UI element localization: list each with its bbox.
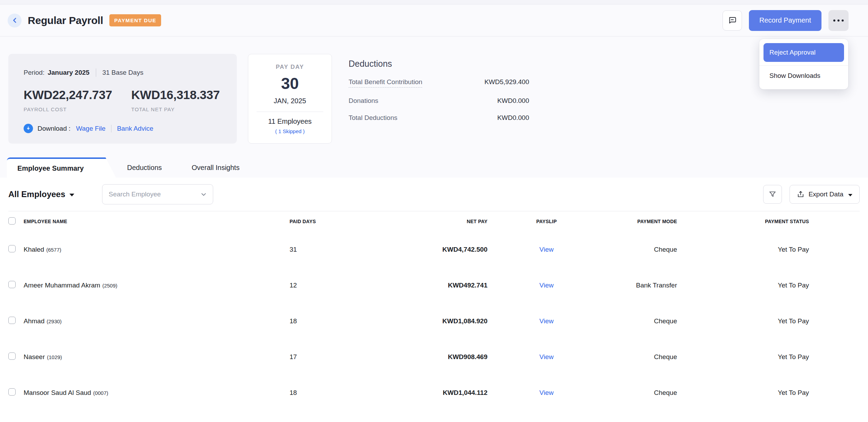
page-title: Regular Payroll [28,15,103,26]
select-all-checkbox[interactable] [8,217,16,225]
payday-month-year: JAN, 2025 [254,97,325,105]
tab-content: All Employees Export Data [0,178,868,421]
payment-status-cell: Yet To Pay [677,317,809,325]
table-row: Naseer(1029) 17 KWD908.469 View Cheque Y… [8,339,860,375]
deduction-value: KWD0.000 [497,97,529,105]
download-icon [24,124,33,133]
comment-bubble-icon [728,16,737,25]
summary-cards-row: Period: January 2025 31 Base Days KWD22,… [0,54,868,144]
net-pay-cell: KWD908.469 [366,353,487,361]
divider [96,68,96,77]
deduction-value: KWD5,929.400 [484,78,529,86]
header-actions: Record Payment [723,10,849,31]
column-header-net-pay: NET PAY [366,219,487,224]
employee-id: (6577) [46,247,61,253]
employee-name: Khaled [24,246,44,253]
row-checkbox[interactable] [8,281,16,288]
tab-employee-summary[interactable]: Employee Summary [7,157,116,178]
bank-advice-link[interactable]: Bank Advice [117,125,153,132]
payroll-cost-block: KWD22,247.737 PAYROLL COST [24,88,131,112]
row-checkbox[interactable] [8,388,16,396]
tabs: Employee Summary Deductions Overall Insi… [0,157,868,178]
chevron-left-icon [12,17,18,23]
payslip-view-link[interactable]: View [487,246,606,253]
back-button[interactable] [8,14,22,27]
status-badge: PAYMENT DUE [109,14,161,26]
payment-mode-cell: Bank Transfer [606,282,677,289]
column-header-payment-mode: PAYMENT MODE [606,219,677,224]
more-options-button[interactable] [828,10,849,31]
payment-mode-cell: Cheque [606,353,677,361]
paid-days-cell: 31 [290,246,366,253]
payment-mode-cell: Cheque [606,389,677,397]
download-row: Download : Wage File Bank Advice [24,124,222,133]
divider [111,125,111,132]
paid-days-cell: 18 [290,389,366,397]
payment-status-cell: Yet To Pay [677,353,809,361]
tab-deductions[interactable]: Deductions [119,157,169,178]
net-pay-cell: KWD4,742.500 [366,246,487,253]
payslip-view-link[interactable]: View [487,353,606,361]
payday-day: 30 [254,74,325,93]
payday-skipped-link[interactable]: ( 1 Skipped ) [254,128,325,134]
row-checkbox[interactable] [8,352,16,360]
row-checkbox[interactable] [8,245,16,252]
export-data-button[interactable]: Export Data [790,185,860,204]
more-options-menu: Reject Approval Show Downloads [759,39,848,89]
payment-mode-cell: Cheque [606,246,677,253]
filter-button[interactable] [763,185,782,204]
payment-status-cell: Yet To Pay [677,246,809,253]
summary-band: Period: January 2025 31 Base Days KWD22,… [0,36,868,178]
paid-days-cell: 12 [290,282,366,289]
employee-name: Naseer [24,353,45,360]
tab-overall-insights[interactable]: Overall Insights [184,157,247,178]
payroll-cost-label: PAYROLL COST [24,106,131,112]
payment-status-cell: Yet To Pay [677,389,809,397]
menu-item-reject-approval[interactable]: Reject Approval [763,43,844,62]
payslip-view-link[interactable]: View [487,282,606,289]
header-left: Regular Payroll PAYMENT DUE [8,14,161,27]
page-header: Regular Payroll PAYMENT DUE Record Payme… [0,5,868,36]
deduction-label-donations: Donations [349,97,378,105]
total-net-pay-value: KWD16,318.337 [131,88,220,102]
net-pay-cell: KWD1,044.112 [366,389,487,397]
table-header-row: EMPLOYEE NAME PAID DAYS NET PAY PAYSLIP … [8,211,860,232]
payment-mode-cell: Cheque [606,317,677,325]
base-days: 31 Base Days [102,69,143,76]
payroll-cost-value: KWD22,247.737 [24,88,131,102]
wage-file-link[interactable]: Wage File [76,125,106,132]
deduction-label-benefit-contribution[interactable]: Total Benefit Contribution [349,78,422,88]
employee-id: (2930) [47,318,61,324]
payment-status-cell: Yet To Pay [677,282,809,289]
deductions-summary: Deductions Total Benefit Contribution KW… [349,54,529,144]
column-header-payment-status: PAYMENT STATUS [677,219,809,224]
net-pay-cell: KWD1,084.920 [366,317,487,325]
table-row: Mansoor Saud Al Saud(0007) 18 KWD1,044.1… [8,375,860,411]
column-header-employee-name: EMPLOYEE NAME [24,219,290,224]
record-payment-button[interactable]: Record Payment [749,10,821,31]
comments-button[interactable] [723,10,742,31]
payday-label: PAY DAY [254,64,325,71]
employee-id: (0007) [93,390,108,396]
deduction-value: KWD0.000 [497,114,529,122]
ellipsis-icon [833,19,835,22]
row-checkbox[interactable] [8,317,16,324]
menu-item-show-downloads[interactable]: Show Downloads [763,66,844,87]
employee-search-combobox[interactable] [102,184,213,204]
employee-id: (1029) [47,354,62,360]
payslip-view-link[interactable]: View [487,317,606,325]
payslip-view-link[interactable]: View [487,389,606,397]
deductions-title: Deductions [349,59,529,69]
total-net-pay-block: KWD16,318.337 TOTAL NET PAY [131,88,220,112]
period-summary-card: Period: January 2025 31 Base Days KWD22,… [8,54,237,144]
column-header-payslip: PAYSLIP [487,219,606,224]
funnel-icon [768,190,777,198]
divider [257,112,323,112]
payroll-detail-page: Regular Payroll PAYMENT DUE Record Payme… [0,0,868,422]
employee-id: (2509) [102,283,117,289]
deduction-row: Total Deductions KWD0.000 [349,114,529,122]
search-input[interactable] [109,190,201,198]
employee-filter-dropdown[interactable]: All Employees [8,189,74,199]
net-pay-cell: KWD492.741 [366,282,487,289]
period-label: Period: [24,69,44,76]
